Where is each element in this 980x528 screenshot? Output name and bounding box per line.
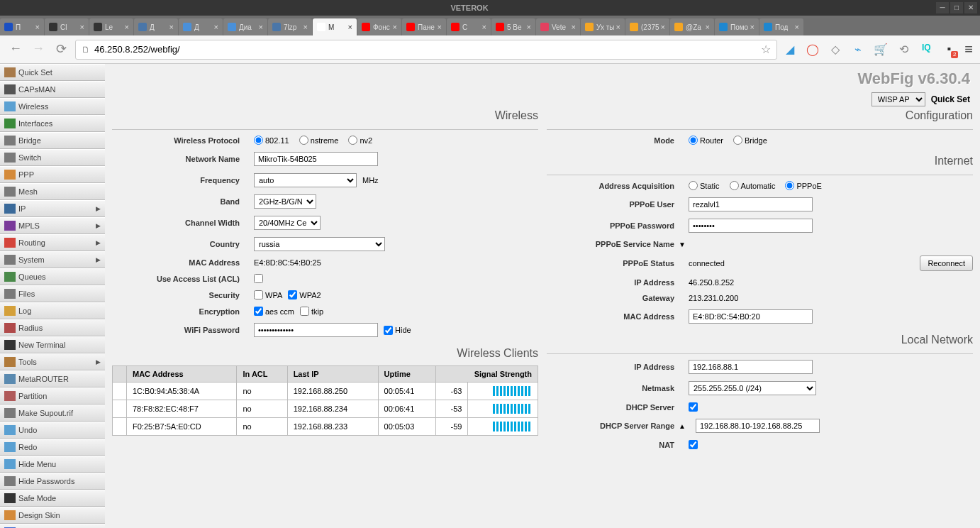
radio-80211[interactable]: 802.11 <box>254 136 289 145</box>
browser-tab[interactable]: Под× <box>759 18 803 35</box>
th-lastip[interactable]: Last IP <box>287 366 378 383</box>
sidebar-item-routing[interactable]: Routing▶ <box>0 234 105 251</box>
tab-close-icon[interactable]: × <box>525 23 531 31</box>
browser-tab[interactable]: Помо× <box>715 18 759 35</box>
tab-close-icon[interactable]: × <box>78 23 84 31</box>
sidebar-item-bridge[interactable]: Bridge <box>0 132 105 149</box>
ext-icon-shield[interactable]: ◇ <box>828 43 842 57</box>
sidebar-item-manual[interactable]: Manual <box>0 524 105 528</box>
input-dhcp-range[interactable] <box>696 419 820 433</box>
tab-close-icon[interactable]: × <box>257 23 263 31</box>
sidebar-item-files[interactable]: Files <box>0 285 105 302</box>
radio-pppoe[interactable]: PPPoE <box>785 181 821 190</box>
quickset-mode-select[interactable]: WISP AP <box>872 92 925 106</box>
sidebar-item-metarouter[interactable]: MetaROUTER <box>0 370 105 387</box>
radio-static[interactable]: Static <box>689 181 720 190</box>
radio-router[interactable]: Router <box>689 136 723 145</box>
sidebar-item-hide-passwords[interactable]: Hide Passwords <box>0 473 105 490</box>
sidebar-item-mesh[interactable]: Mesh <box>0 183 105 200</box>
input-network-name[interactable] <box>254 152 378 166</box>
checkbox-nat[interactable] <box>689 440 698 449</box>
url-input[interactable] <box>94 44 757 55</box>
table-row[interactable]: F0:25:B7:5A:E0:CDno192.168.88.23300:05:0… <box>113 418 538 436</box>
ext-icon-opera[interactable]: ◯ <box>806 43 820 57</box>
browser-tab[interactable]: Диа× <box>223 18 267 35</box>
tab-close-icon[interactable]: × <box>167 23 174 31</box>
input-wifi-password[interactable] <box>254 323 378 337</box>
tab-close-icon[interactable]: × <box>793 23 799 31</box>
th-uptime[interactable]: Uptime <box>378 366 436 383</box>
input-wan-mac[interactable] <box>689 309 813 324</box>
browser-tab[interactable]: Cl× <box>45 18 89 35</box>
tab-close-icon[interactable]: × <box>301 23 308 31</box>
browser-menu-icon[interactable]: ≡ <box>964 41 973 57</box>
ext-icon-chat[interactable]: ▪ <box>942 43 956 57</box>
sidebar-item-wireless[interactable]: Wireless <box>0 98 105 115</box>
expand-pppoe-service-icon[interactable]: ▼ <box>679 241 686 248</box>
radio-nv2[interactable]: nv2 <box>348 136 372 145</box>
browser-tab[interactable]: Д× <box>179 18 223 35</box>
sidebar-item-partition[interactable]: Partition <box>0 387 105 405</box>
radio-automatic[interactable]: Automatic <box>730 181 776 190</box>
collapse-dhcp-range-icon[interactable]: ▲ <box>679 422 686 430</box>
sidebar-item-undo[interactable]: Undo <box>0 422 105 439</box>
tab-close-icon[interactable]: × <box>659 23 665 31</box>
select-band[interactable]: 2GHz-B/G/N <box>254 194 316 209</box>
browser-tab[interactable]: @Za× <box>670 18 714 35</box>
table-row[interactable]: 78:F8:82:EC:48:F7no192.168.88.23400:06:4… <box>113 400 538 418</box>
sidebar-item-interfaces[interactable]: Interfaces <box>0 115 105 132</box>
tab-close-icon[interactable]: × <box>123 23 129 31</box>
checkbox-wpa2[interactable]: WPA2 <box>288 290 321 299</box>
browser-tab[interactable]: Vete× <box>536 18 580 35</box>
input-lan-ip[interactable] <box>689 360 813 374</box>
checkbox-tkip[interactable]: tkip <box>300 307 323 316</box>
browser-tab[interactable]: 5 Be× <box>491 18 535 35</box>
radio-bridge[interactable]: Bridge <box>733 136 767 145</box>
browser-tab[interactable]: M× <box>313 18 357 35</box>
tab-close-icon[interactable]: × <box>703 23 710 31</box>
checkbox-aes[interactable]: aes ccm <box>254 307 294 316</box>
sidebar-item-ppp[interactable]: PPP <box>0 166 105 183</box>
browser-tab[interactable]: 7lzp× <box>268 18 312 35</box>
ext-icon-dolphin[interactable]: ⌁ <box>851 43 865 57</box>
tab-close-icon[interactable]: × <box>346 23 352 31</box>
tab-close-icon[interactable]: × <box>212 23 218 31</box>
reconnect-button[interactable]: Reconnect <box>920 255 973 271</box>
radio-nstreme[interactable]: nstreme <box>299 136 339 145</box>
sidebar-item-redo[interactable]: Redo <box>0 439 105 456</box>
browser-tab[interactable]: Д× <box>134 18 178 35</box>
tab-close-icon[interactable]: × <box>748 23 755 31</box>
tab-close-icon[interactable]: × <box>569 23 576 31</box>
input-pppoe-user[interactable] <box>689 197 813 211</box>
tab-close-icon[interactable]: × <box>435 23 442 31</box>
tab-close-icon[interactable]: × <box>614 23 620 31</box>
checkbox-dhcp[interactable] <box>689 402 698 412</box>
select-netmask[interactable]: 255.255.255.0 (/24) <box>689 381 816 395</box>
browser-tab[interactable]: (2375× <box>625 18 669 35</box>
sidebar-item-design-skin[interactable]: Design Skin <box>0 507 105 524</box>
th-mac[interactable]: MAC Address <box>127 366 237 383</box>
th-acl[interactable]: In ACL <box>237 366 287 383</box>
ext-icon-iq[interactable]: IQ <box>919 43 933 57</box>
window-minimize[interactable]: ─ <box>936 2 949 13</box>
browser-tab[interactable]: Фонс× <box>357 18 401 35</box>
sidebar-item-queues[interactable]: Queues <box>0 268 105 285</box>
ext-icon-1[interactable]: ◢ <box>783 43 797 57</box>
sidebar-item-new-terminal[interactable]: New Terminal <box>0 336 105 353</box>
input-pppoe-password[interactable] <box>689 219 813 233</box>
sidebar-item-switch[interactable]: Switch <box>0 149 105 166</box>
forward-button[interactable]: → <box>30 41 47 58</box>
window-maximize[interactable]: □ <box>950 2 963 13</box>
sidebar-item-log[interactable]: Log <box>0 302 105 319</box>
sidebar-item-hide-menu[interactable]: Hide Menu <box>0 456 105 473</box>
browser-tab[interactable]: Пане× <box>402 18 446 35</box>
tab-close-icon[interactable]: × <box>391 23 397 31</box>
sidebar-item-capsman[interactable]: CAPsMAN <box>0 81 105 98</box>
sidebar-item-tools[interactable]: Tools▶ <box>0 353 105 370</box>
ext-icon-cart[interactable]: 🛒 <box>874 43 888 57</box>
ext-icon-refresh[interactable]: ⟲ <box>896 43 911 57</box>
sidebar-item-radius[interactable]: Radius <box>0 319 105 336</box>
sidebar-item-ip[interactable]: IP▶ <box>0 200 105 217</box>
select-frequency[interactable]: auto <box>254 173 357 187</box>
back-button[interactable]: ← <box>7 41 24 58</box>
